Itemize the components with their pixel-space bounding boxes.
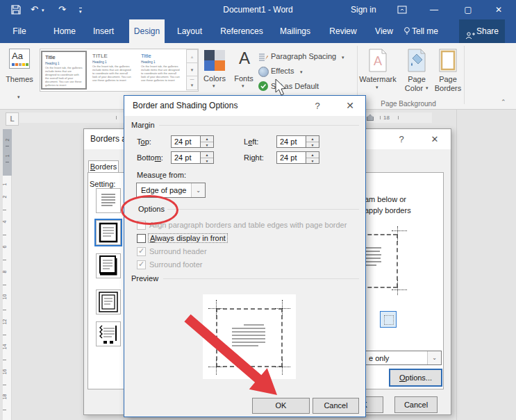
effects-dropdown-icon[interactable]: ▾ (300, 69, 303, 75)
help-icon[interactable]: ? (307, 96, 328, 116)
ruler-number: 2 (5, 135, 10, 144)
setting-box-icon[interactable] (96, 220, 121, 245)
share-button[interactable]: Share (459, 19, 505, 43)
top-label: Top: (137, 137, 151, 146)
watermark-button[interactable]: Watermark (358, 75, 397, 83)
gallery-scroll-up-icon[interactable]: ▲ (186, 49, 198, 63)
svg-text:A: A (374, 54, 382, 68)
collapse-ribbon-icon[interactable]: ⌃ (501, 99, 506, 106)
page-color-button[interactable]: Page (401, 75, 432, 83)
border-toggle-button[interactable] (380, 311, 397, 328)
paragraph-spacing-dropdown-icon[interactable]: ▾ (342, 55, 344, 60)
spinner-arrows-icon[interactable]: ▲▼ (306, 135, 319, 148)
chevron-down-icon[interactable]: ⌄ (427, 351, 441, 364)
bottom-label: Bottom: (137, 153, 163, 162)
ruler-number: 6 (2, 242, 7, 251)
close-button[interactable]: ✕ (492, 0, 506, 19)
left-value[interactable]: 24 pt (276, 135, 306, 148)
paragraph-spacing-button[interactable]: Paragraph Spacing (271, 52, 336, 60)
tab-file[interactable]: File (7, 19, 32, 43)
dotted-square-icon (384, 315, 394, 325)
setting-3d-icon[interactable] (96, 289, 121, 314)
group-label-page-background: Page Background (361, 100, 456, 108)
style-set-card[interactable]: Title Heading 1 On the Insert tab, the g… (138, 51, 184, 90)
chevron-down-icon[interactable]: ⌄ (191, 183, 205, 197)
left-label: Left: (244, 137, 258, 146)
themes-button[interactable]: Themes (0, 75, 39, 83)
fonts-dropdown-icon[interactable]: ▾ (242, 83, 244, 89)
ok-button[interactable]: OK (252, 398, 310, 414)
right-indent-marker[interactable] (367, 115, 374, 121)
maximize-button[interactable]: ▢ (461, 0, 475, 19)
left-spinner[interactable]: 24 pt ▲▼ (276, 135, 319, 148)
top-value[interactable]: 24 pt (171, 135, 201, 148)
align-borders-label: Align paragraph borders and table edges … (149, 221, 347, 229)
vertical-ruler-margin[interactable]: 2 1 (3, 129, 12, 176)
page-color-button-line2[interactable]: Color (399, 84, 429, 92)
tab-tell-me[interactable]: Tell me (412, 19, 442, 43)
tab-view[interactable]: View (372, 19, 396, 43)
tab-mailings[interactable]: Mailings (276, 19, 314, 43)
set-default-button[interactable]: Set as Default (271, 82, 319, 90)
spinner-arrows-icon[interactable]: ▲▼ (201, 151, 214, 164)
tab-layout[interactable]: Layout (174, 19, 205, 43)
setting-shadow-icon[interactable] (96, 253, 121, 278)
tab-references[interactable]: References (219, 19, 264, 43)
ribbon-display-options-icon[interactable] (397, 5, 407, 17)
page-color-dropdown-icon[interactable]: ▾ (426, 85, 428, 91)
surround-footer-label: Surround footer (149, 260, 202, 269)
themes-dropdown-icon[interactable]: ▾ (17, 94, 20, 100)
close-icon[interactable]: ✕ (340, 96, 360, 116)
always-display-checkbox[interactable] (137, 234, 146, 243)
horizontal-ruler[interactable] (19, 112, 124, 123)
watermark-dropdown-icon[interactable]: ▾ (376, 85, 378, 90)
tab-design[interactable]: Design (129, 19, 165, 43)
preview-hint-line1: am below or (365, 195, 406, 203)
tab-borders[interactable]: Borders (88, 160, 119, 173)
effects-button[interactable]: Effects (271, 67, 294, 75)
surround-header-checkbox[interactable] (137, 247, 146, 256)
tab-home[interactable]: Home (49, 19, 81, 43)
style-set-card[interactable]: Title Heading 1 On the Insert tab, the g… (41, 51, 87, 90)
measure-from-value: Edge of page (141, 186, 186, 194)
ruler-number: 12 (2, 317, 7, 326)
minimize-button[interactable]: — (427, 0, 441, 19)
crop-mark (392, 289, 407, 290)
sign-in-link[interactable]: Sign in (351, 0, 376, 19)
margin-group-label: Margin (131, 121, 155, 129)
spinner-arrows-icon[interactable]: ▲▼ (201, 135, 214, 148)
tab-stop-selector[interactable]: L (6, 112, 19, 126)
ruler-number: 8 (2, 267, 7, 276)
cancel-button[interactable]: Cancel (313, 398, 359, 414)
fonts-button[interactable]: Fonts (226, 74, 261, 83)
surround-footer-checkbox[interactable] (137, 260, 146, 269)
help-icon[interactable]: ? (391, 129, 412, 149)
bottom-value[interactable]: 24 pt (171, 151, 201, 164)
colors-icon (204, 50, 225, 71)
share-label: Share (476, 19, 499, 43)
tab-insert[interactable]: Insert (89, 19, 118, 43)
ruler-number: 18 (383, 115, 390, 121)
watermark-icon: A (368, 49, 388, 75)
ruler-number: 10 (2, 292, 7, 301)
horizontal-ruler[interactable]: 18 (366, 112, 432, 123)
right-spinner[interactable]: 24 pt ▲▼ (276, 151, 319, 164)
tab-review[interactable]: Review (328, 19, 358, 43)
right-value[interactable]: 24 pt (276, 151, 306, 164)
spinner-arrows-icon[interactable]: ▲▼ (306, 151, 319, 164)
colors-dropdown-icon[interactable]: ▾ (213, 83, 215, 89)
style-set-card[interactable]: TITLE Heading 1 On the Insert tab, the g… (90, 51, 135, 90)
setting-none-icon[interactable] (96, 188, 121, 213)
annotation-ellipse-options (121, 195, 178, 225)
always-display-label: Always display in front (149, 234, 227, 242)
bottom-spinner[interactable]: 24 pt ▲▼ (171, 151, 214, 164)
cancel-button[interactable]: Cancel (394, 396, 438, 413)
page-borders-icon (438, 49, 458, 75)
crop-mark (397, 280, 398, 295)
top-spinner[interactable]: 24 pt ▲▼ (171, 135, 214, 148)
setting-custom-icon[interactable] (96, 321, 121, 346)
close-icon[interactable]: ✕ (424, 129, 445, 149)
page-borders-button-line2[interactable]: Borders (433, 84, 463, 92)
options-button[interactable]: Options... (389, 369, 442, 387)
page-borders-button[interactable]: Page (433, 75, 463, 83)
